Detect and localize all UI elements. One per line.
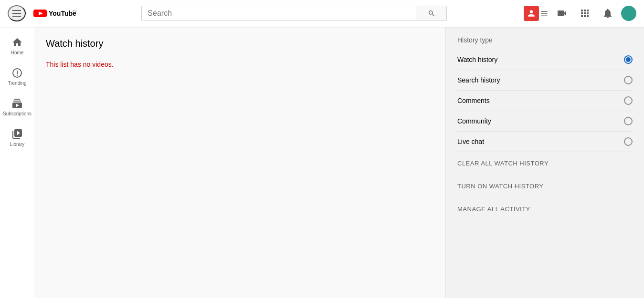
header: YouTube CA	[0, 0, 644, 27]
sidebar-item-trending[interactable]: Trending	[0, 61, 34, 92]
sidebar-label-subscriptions: Subscriptions	[3, 111, 32, 116]
header-right	[524, 4, 636, 23]
content-area: Watch history This list has no videos.	[34, 27, 445, 298]
library-icon	[11, 128, 23, 140]
avatar[interactable]	[621, 6, 636, 21]
sidebar-label-trending: Trending	[8, 81, 26, 86]
sidebar-label-library: Library	[10, 142, 25, 147]
history-type-title: History type	[457, 36, 633, 44]
video-camera-icon	[556, 8, 568, 19]
svg-text:CA: CA	[73, 9, 76, 13]
search-container	[141, 6, 447, 21]
action-manage_all[interactable]: MANAGE ALL ACTIVITY	[457, 198, 633, 221]
user-icon-group[interactable]	[524, 6, 549, 21]
history-option-label-search_history: Search history	[457, 76, 500, 84]
history-option-comments[interactable]: Comments	[457, 91, 633, 111]
history-option-community[interactable]: Community	[457, 111, 633, 132]
right-panel: History type Watch historySearch history…	[445, 27, 644, 298]
menu-dots-icon	[540, 9, 549, 18]
history-option-watch_history[interactable]: Watch history	[457, 50, 633, 70]
search-button[interactable]	[416, 6, 447, 21]
radio-community[interactable]	[624, 117, 633, 125]
radio-comments[interactable]	[624, 96, 633, 105]
grid-icon	[579, 8, 591, 19]
logo[interactable]: YouTube CA	[33, 9, 76, 18]
sidebar-item-home[interactable]: Home	[0, 31, 34, 61]
notifications-button[interactable]	[598, 4, 617, 23]
action-turn_on[interactable]: TURN ON WATCH HISTORY	[457, 175, 633, 198]
create-video-button[interactable]	[552, 4, 571, 23]
history-option-search_history[interactable]: Search history	[457, 70, 633, 91]
page-title: Watch history	[46, 38, 434, 49]
action-clear_all[interactable]: CLEAR ALL WATCH HISTORY	[457, 152, 633, 175]
radio-live_chat[interactable]	[624, 137, 633, 146]
history-options: Watch historySearch historyCommentsCommu…	[457, 50, 633, 152]
action-links: CLEAR ALL WATCH HISTORYTURN ON WATCH HIS…	[457, 152, 633, 221]
subscriptions-icon	[11, 98, 23, 109]
search-icon	[428, 10, 435, 17]
search-box	[141, 6, 416, 21]
radio-watch_history[interactable]	[624, 55, 633, 64]
trending-icon	[11, 67, 23, 79]
radio-search_history[interactable]	[624, 76, 633, 84]
sidebar-label-home: Home	[11, 50, 24, 55]
apps-button[interactable]	[575, 4, 594, 23]
header-left: YouTube CA	[8, 5, 103, 21]
history-option-label-comments: Comments	[457, 97, 490, 104]
history-option-label-live_chat: Live chat	[457, 138, 484, 145]
sidebar-item-subscriptions[interactable]: Subscriptions	[0, 92, 34, 122]
sidebar: Home Trending Subscriptions Library	[0, 27, 34, 298]
search-input[interactable]	[142, 9, 416, 18]
sidebar-item-library[interactable]: Library	[0, 122, 34, 153]
history-option-live_chat[interactable]: Live chat	[457, 132, 633, 152]
empty-message: This list has no videos.	[46, 61, 434, 68]
history-option-label-community: Community	[457, 117, 491, 125]
menu-button[interactable]	[8, 5, 26, 21]
main-content: Watch history This list has no videos. H…	[34, 27, 644, 298]
history-option-label-watch_history: Watch history	[457, 56, 497, 63]
youtube-logo-icon: YouTube CA	[33, 9, 76, 18]
home-icon	[11, 37, 23, 48]
bell-icon	[602, 8, 613, 19]
user-icon	[524, 6, 539, 21]
